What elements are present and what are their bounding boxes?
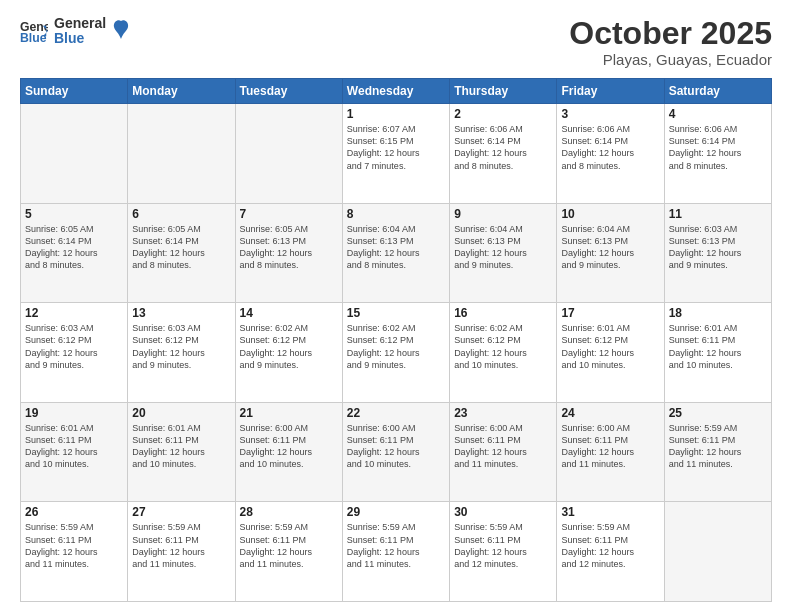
day-info: Sunrise: 6:04 AM Sunset: 6:13 PM Dayligh…: [347, 223, 445, 272]
day-cell: 24Sunrise: 6:00 AM Sunset: 6:11 PM Dayli…: [557, 402, 664, 502]
col-monday: Monday: [128, 79, 235, 104]
day-info: Sunrise: 6:04 AM Sunset: 6:13 PM Dayligh…: [454, 223, 552, 272]
day-number: 20: [132, 406, 230, 420]
week-row-1: 1Sunrise: 6:07 AM Sunset: 6:15 PM Daylig…: [21, 104, 772, 204]
day-info: Sunrise: 5:59 AM Sunset: 6:11 PM Dayligh…: [132, 521, 230, 570]
day-cell: 15Sunrise: 6:02 AM Sunset: 6:12 PM Dayli…: [342, 303, 449, 403]
day-number: 19: [25, 406, 123, 420]
day-number: 2: [454, 107, 552, 121]
day-number: 7: [240, 207, 338, 221]
day-number: 1: [347, 107, 445, 121]
day-info: Sunrise: 5:59 AM Sunset: 6:11 PM Dayligh…: [561, 521, 659, 570]
day-cell: 18Sunrise: 6:01 AM Sunset: 6:11 PM Dayli…: [664, 303, 771, 403]
col-thursday: Thursday: [450, 79, 557, 104]
day-cell: 8Sunrise: 6:04 AM Sunset: 6:13 PM Daylig…: [342, 203, 449, 303]
day-number: 11: [669, 207, 767, 221]
day-number: 16: [454, 306, 552, 320]
day-number: 28: [240, 505, 338, 519]
day-info: Sunrise: 6:01 AM Sunset: 6:12 PM Dayligh…: [561, 322, 659, 371]
day-info: Sunrise: 6:02 AM Sunset: 6:12 PM Dayligh…: [240, 322, 338, 371]
day-info: Sunrise: 6:02 AM Sunset: 6:12 PM Dayligh…: [454, 322, 552, 371]
day-info: Sunrise: 6:06 AM Sunset: 6:14 PM Dayligh…: [561, 123, 659, 172]
day-cell: 3Sunrise: 6:06 AM Sunset: 6:14 PM Daylig…: [557, 104, 664, 204]
title-block: October 2025 Playas, Guayas, Ecuador: [569, 16, 772, 68]
day-info: Sunrise: 6:01 AM Sunset: 6:11 PM Dayligh…: [132, 422, 230, 471]
page: General Blue General Blue October 2025 P…: [0, 0, 792, 612]
day-cell: [21, 104, 128, 204]
day-info: Sunrise: 6:01 AM Sunset: 6:11 PM Dayligh…: [25, 422, 123, 471]
day-number: 25: [669, 406, 767, 420]
day-cell: 12Sunrise: 6:03 AM Sunset: 6:12 PM Dayli…: [21, 303, 128, 403]
day-info: Sunrise: 6:00 AM Sunset: 6:11 PM Dayligh…: [347, 422, 445, 471]
day-number: 10: [561, 207, 659, 221]
day-info: Sunrise: 5:59 AM Sunset: 6:11 PM Dayligh…: [25, 521, 123, 570]
day-info: Sunrise: 6:04 AM Sunset: 6:13 PM Dayligh…: [561, 223, 659, 272]
day-cell: 17Sunrise: 6:01 AM Sunset: 6:12 PM Dayli…: [557, 303, 664, 403]
day-cell: 7Sunrise: 6:05 AM Sunset: 6:13 PM Daylig…: [235, 203, 342, 303]
logo: General Blue General Blue: [20, 16, 130, 47]
day-number: 9: [454, 207, 552, 221]
day-number: 3: [561, 107, 659, 121]
day-number: 12: [25, 306, 123, 320]
day-cell: 6Sunrise: 6:05 AM Sunset: 6:14 PM Daylig…: [128, 203, 235, 303]
day-info: Sunrise: 5:59 AM Sunset: 6:11 PM Dayligh…: [347, 521, 445, 570]
day-info: Sunrise: 5:59 AM Sunset: 6:11 PM Dayligh…: [240, 521, 338, 570]
day-info: Sunrise: 6:00 AM Sunset: 6:11 PM Dayligh…: [240, 422, 338, 471]
calendar-header-row: Sunday Monday Tuesday Wednesday Thursday…: [21, 79, 772, 104]
day-info: Sunrise: 5:59 AM Sunset: 6:11 PM Dayligh…: [454, 521, 552, 570]
day-number: 23: [454, 406, 552, 420]
day-cell: 29Sunrise: 5:59 AM Sunset: 6:11 PM Dayli…: [342, 502, 449, 602]
day-cell: 27Sunrise: 5:59 AM Sunset: 6:11 PM Dayli…: [128, 502, 235, 602]
day-cell: 30Sunrise: 5:59 AM Sunset: 6:11 PM Dayli…: [450, 502, 557, 602]
day-number: 6: [132, 207, 230, 221]
month-title: October 2025: [569, 16, 772, 51]
day-cell: 2Sunrise: 6:06 AM Sunset: 6:14 PM Daylig…: [450, 104, 557, 204]
day-number: 13: [132, 306, 230, 320]
day-cell: 9Sunrise: 6:04 AM Sunset: 6:13 PM Daylig…: [450, 203, 557, 303]
week-row-4: 19Sunrise: 6:01 AM Sunset: 6:11 PM Dayli…: [21, 402, 772, 502]
logo-line2: Blue: [54, 31, 106, 46]
day-number: 14: [240, 306, 338, 320]
day-cell: 19Sunrise: 6:01 AM Sunset: 6:11 PM Dayli…: [21, 402, 128, 502]
day-cell: 14Sunrise: 6:02 AM Sunset: 6:12 PM Dayli…: [235, 303, 342, 403]
col-wednesday: Wednesday: [342, 79, 449, 104]
day-info: Sunrise: 6:02 AM Sunset: 6:12 PM Dayligh…: [347, 322, 445, 371]
day-cell: [128, 104, 235, 204]
day-info: Sunrise: 6:07 AM Sunset: 6:15 PM Dayligh…: [347, 123, 445, 172]
day-cell: 26Sunrise: 5:59 AM Sunset: 6:11 PM Dayli…: [21, 502, 128, 602]
day-number: 27: [132, 505, 230, 519]
week-row-2: 5Sunrise: 6:05 AM Sunset: 6:14 PM Daylig…: [21, 203, 772, 303]
week-row-3: 12Sunrise: 6:03 AM Sunset: 6:12 PM Dayli…: [21, 303, 772, 403]
day-number: 29: [347, 505, 445, 519]
day-cell: 13Sunrise: 6:03 AM Sunset: 6:12 PM Dayli…: [128, 303, 235, 403]
day-number: 18: [669, 306, 767, 320]
day-info: Sunrise: 6:05 AM Sunset: 6:13 PM Dayligh…: [240, 223, 338, 272]
day-number: 31: [561, 505, 659, 519]
day-cell: [664, 502, 771, 602]
day-number: 8: [347, 207, 445, 221]
day-cell: 16Sunrise: 6:02 AM Sunset: 6:12 PM Dayli…: [450, 303, 557, 403]
day-cell: 10Sunrise: 6:04 AM Sunset: 6:13 PM Dayli…: [557, 203, 664, 303]
day-cell: [235, 104, 342, 204]
week-row-5: 26Sunrise: 5:59 AM Sunset: 6:11 PM Dayli…: [21, 502, 772, 602]
day-cell: 20Sunrise: 6:01 AM Sunset: 6:11 PM Dayli…: [128, 402, 235, 502]
day-info: Sunrise: 6:00 AM Sunset: 6:11 PM Dayligh…: [561, 422, 659, 471]
logo-icon: General Blue: [20, 17, 48, 45]
day-number: 21: [240, 406, 338, 420]
day-number: 4: [669, 107, 767, 121]
location-subtitle: Playas, Guayas, Ecuador: [569, 51, 772, 68]
day-number: 5: [25, 207, 123, 221]
day-cell: 31Sunrise: 5:59 AM Sunset: 6:11 PM Dayli…: [557, 502, 664, 602]
day-number: 30: [454, 505, 552, 519]
day-info: Sunrise: 6:03 AM Sunset: 6:12 PM Dayligh…: [25, 322, 123, 371]
col-tuesday: Tuesday: [235, 79, 342, 104]
day-cell: 28Sunrise: 5:59 AM Sunset: 6:11 PM Dayli…: [235, 502, 342, 602]
logo-line1: General: [54, 16, 106, 31]
svg-text:Blue: Blue: [20, 31, 47, 45]
logo-bird-icon: [112, 19, 130, 41]
day-number: 17: [561, 306, 659, 320]
day-cell: 22Sunrise: 6:00 AM Sunset: 6:11 PM Dayli…: [342, 402, 449, 502]
day-cell: 1Sunrise: 6:07 AM Sunset: 6:15 PM Daylig…: [342, 104, 449, 204]
day-info: Sunrise: 6:01 AM Sunset: 6:11 PM Dayligh…: [669, 322, 767, 371]
day-info: Sunrise: 6:06 AM Sunset: 6:14 PM Dayligh…: [669, 123, 767, 172]
